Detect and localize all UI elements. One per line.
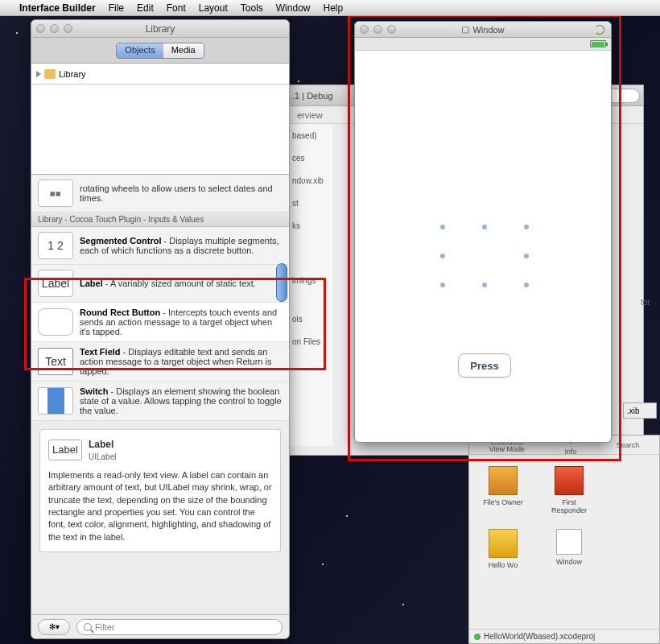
library-title: Library — [146, 23, 175, 35]
icon-label: Window — [556, 558, 582, 566]
icon-label: File's Owner — [483, 498, 523, 506]
document-window: View Mode i Info Search File's Owner Fir… — [468, 435, 660, 644]
library-window: Library Objects Media Library ▦▦ rotatin… — [31, 19, 290, 639]
switch-thumb — [38, 387, 73, 415]
disclosure-icon[interactable] — [36, 71, 41, 77]
library-titlebar: Library — [31, 20, 289, 38]
app-menu[interactable]: Interface Builder — [19, 2, 96, 14]
search-icon — [84, 623, 92, 631]
project-sidebar: based) ces ndow.xib st ks irnings ols on… — [289, 124, 332, 446]
first-responder[interactable]: First Responder — [543, 466, 595, 514]
window-object[interactable]: Window — [543, 529, 595, 569]
detail-thumb: Label — [48, 440, 82, 460]
side-item[interactable]: on Files — [289, 330, 332, 353]
selection-handle[interactable] — [440, 283, 445, 287]
project-name: HelloWorld(Wbased).xcodeproj — [484, 632, 595, 641]
traffic-lights[interactable] — [36, 24, 72, 33]
side-item[interactable]: ks — [289, 214, 332, 237]
scrollbar-thumb[interactable] — [276, 263, 287, 302]
side-item[interactable]: ols — [289, 308, 332, 330]
item-title: Text Field — [80, 347, 121, 357]
doc-status: HelloWorld(Wbased).xcodeproj — [469, 629, 659, 643]
library-bottombar: ✻▾ Filter — [31, 614, 289, 638]
menu-font[interactable]: Font — [167, 2, 186, 14]
item-title: Label — [80, 279, 103, 288]
detail-class: UILabel — [89, 452, 116, 463]
item-desc: rotating wheels to allow users to select… — [80, 184, 283, 203]
datepicker-thumb: ▦▦ — [38, 180, 73, 207]
menu-file[interactable]: File — [109, 2, 124, 14]
gear-button[interactable]: ✻▾ — [38, 619, 70, 635]
tree-label: Library — [59, 69, 86, 79]
library-section-header: Library - Cocoa Touch Plugin - Inputs & … — [31, 213, 289, 227]
item-title: Switch — [80, 386, 108, 396]
tor-fragment: tor — [641, 298, 660, 307]
document-icons: File's Owner First Responder Hello Wo Wi… — [469, 455, 659, 580]
detail-body: Implements a read-only text view. A labe… — [48, 469, 272, 543]
menu-edit[interactable]: Edit — [137, 2, 154, 14]
design-titlebar: ▢ Window — [355, 22, 611, 38]
library-item-datepicker[interactable]: ▦▦ rotating wheels to allow users to sel… — [31, 175, 289, 213]
textfield-thumb: Text — [38, 348, 73, 375]
item-title: Segmented Control — [80, 236, 161, 246]
menu-tools[interactable]: Tools — [241, 2, 263, 14]
tab-objects[interactable]: Objects — [117, 43, 163, 58]
status-dot-icon — [474, 634, 481, 640]
library-detail: Label Label UILabel Implements a read-on… — [39, 429, 281, 552]
item-title: Round Rect Button — [80, 308, 160, 317]
library-tabs: Objects Media — [31, 38, 289, 64]
selection-handle[interactable] — [524, 254, 529, 258]
config-label: .1 | Debug — [292, 91, 333, 101]
item-desc: - Displays an element showing the boolea… — [80, 386, 282, 415]
library-item-textfield[interactable]: Text Text Field - Displays editable text… — [31, 342, 289, 382]
selection-handle[interactable] — [440, 254, 445, 258]
filter-field[interactable]: Filter — [76, 619, 283, 635]
icon-label: First Responder — [543, 498, 595, 514]
battery-icon — [590, 40, 606, 47]
library-list: ▦▦ rotating wheels to allow users to sel… — [31, 175, 289, 421]
button-thumb — [38, 308, 73, 336]
tab-media[interactable]: Media — [163, 43, 204, 58]
folder-icon — [44, 69, 56, 79]
side-item[interactable]: ndow.xib — [289, 169, 332, 192]
design-canvas[interactable]: Press — [355, 51, 611, 442]
traffic-lights[interactable] — [360, 25, 396, 34]
segmented-thumb: 1 2 — [38, 232, 73, 259]
selection-handle[interactable] — [482, 283, 487, 287]
press-button[interactable]: Press — [458, 353, 511, 378]
selection-handle[interactable] — [524, 225, 529, 229]
library-item-round-rect-button[interactable]: Round Rect Button - Intercepts touch eve… — [31, 303, 289, 342]
side-item[interactable]: st — [289, 192, 332, 214]
label-thumb: Label — [38, 270, 73, 297]
design-title: Window — [472, 25, 504, 35]
library-tree-root[interactable]: Library — [31, 64, 289, 85]
xib-file-fragment: .xib — [623, 402, 657, 419]
menubar: Interface Builder File Edit Font Layout … — [0, 0, 660, 16]
detail-title: Label — [89, 438, 116, 452]
library-item-segmented[interactable]: 1 2 Segmented Control - Displays multipl… — [31, 227, 289, 265]
selection-handle[interactable] — [482, 225, 487, 229]
selection-handle[interactable] — [440, 225, 445, 229]
library-tree-pane — [31, 85, 289, 175]
overview-label: erview — [297, 110, 323, 120]
menu-window[interactable]: Window — [276, 2, 311, 14]
menu-layout[interactable]: Layout — [199, 2, 228, 14]
hello-world[interactable]: Hello Wo — [477, 529, 529, 569]
side-item[interactable]: based) — [289, 124, 332, 147]
selection-handle[interactable] — [524, 283, 529, 287]
side-item[interactable]: irnings — [289, 269, 332, 291]
menu-help[interactable]: Help — [323, 2, 343, 14]
library-item-switch[interactable]: Switch - Displays an element showing the… — [31, 382, 289, 421]
item-desc: - A variably sized amount of static text… — [103, 279, 256, 288]
filter-placeholder: Filter — [95, 622, 114, 632]
design-window: ▢ Window Press — [354, 21, 612, 443]
ios-statusbar — [355, 38, 611, 51]
library-item-label[interactable]: Label Label - A variably sized amount of… — [31, 265, 289, 303]
files-owner[interactable]: File's Owner — [477, 466, 529, 514]
side-item[interactable]: ces — [289, 147, 332, 169]
icon-label: Hello Wo — [489, 561, 518, 569]
reload-icon[interactable] — [595, 25, 604, 35]
